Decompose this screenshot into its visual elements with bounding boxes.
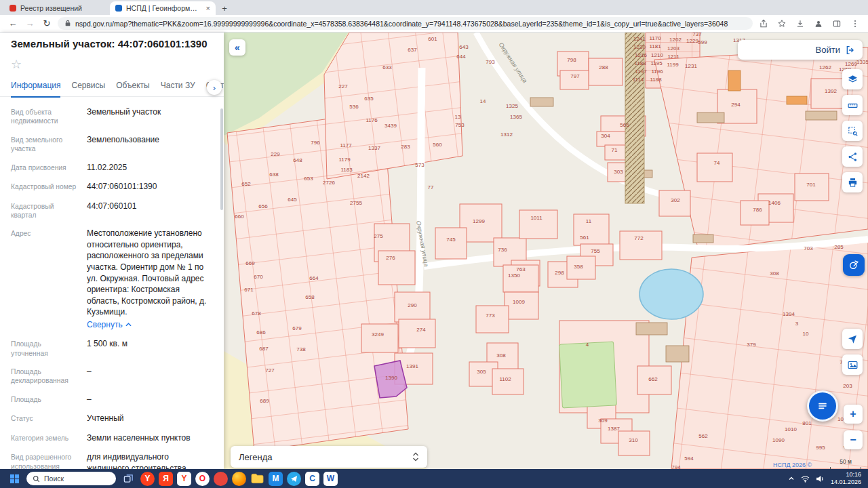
parcel-label[interactable]: 772 [634,235,644,241]
parcel-label[interactable]: 562 [698,433,708,439]
parcel-label[interactable]: 1337 [368,145,380,151]
parcel-label[interactable]: 308 [496,352,506,359]
parcel-label[interactable]: 737 [692,33,702,37]
parcel-label[interactable]: 648 [293,157,302,163]
panel-scrollbar[interactable] [220,108,223,210]
parcel-label[interactable]: 679 [292,325,302,331]
parcel-label[interactable]: 1230 [633,44,646,50]
back-icon[interactable]: ← [7,18,19,30]
downloads-icon[interactable] [794,18,806,30]
parcel-label[interactable]: 635 [364,96,374,102]
parcel-label[interactable]: 1009 [513,299,525,305]
parcel-label[interactable]: 652 [241,181,251,187]
forward-icon[interactable]: → [24,18,36,30]
parcel-label[interactable]: 745 [446,237,456,243]
browser-tab[interactable]: Реестр извещений [4,1,110,15]
parcel-label[interactable]: 274 [416,327,426,333]
profile-icon[interactable] [812,18,825,30]
reload-icon[interactable]: ↻ [41,18,53,30]
folder-icon[interactable] [250,472,264,486]
area-search-button[interactable] [842,121,863,141]
parcel-label[interactable]: 3 [795,321,799,327]
parcel-label[interactable]: 995 [816,445,825,451]
parcel-label[interactable]: 599 [698,39,707,45]
parcel-label[interactable]: 1090 [772,437,785,443]
parcel-label[interactable]: 303 [614,169,623,175]
parcel-label[interactable]: 77 [428,184,434,190]
parcel-label[interactable]: 1195 [650,60,663,66]
parcel-label[interactable]: 1202 [669,37,682,43]
parcel-label[interactable]: 298 [555,270,564,276]
parcel-label[interactable]: 1216 [635,52,647,58]
parcel-label[interactable]: 1325 [506,103,518,109]
parcel-label[interactable]: 275 [374,233,383,239]
parcel-label[interactable]: 1299 [473,218,485,224]
parcel-label[interactable]: 601 [428,36,437,42]
panel-tab-Информация[interactable]: Информация [11,81,60,96]
ruler-button[interactable] [842,95,863,115]
panel-tab-Части ЗУ[interactable]: Части ЗУ [161,81,195,96]
parcel-label[interactable]: 1387 [608,426,620,432]
parcel-label[interactable]: 1010 [785,426,797,432]
parcel-label[interactable]: 755 [591,248,600,254]
parcel-label[interactable]: 2726 [323,180,335,186]
parcel-label[interactable]: 285 [834,244,844,250]
print-button[interactable] [842,172,863,192]
parcel-label[interactable]: 645 [288,197,297,203]
telegram-icon[interactable] [287,472,301,486]
parcel-label[interactable]: 308 [770,270,779,277]
parcel-label[interactable]: 304 [601,133,610,139]
login-bar[interactable]: Войти [738,40,863,60]
new-tab-button[interactable]: + [218,2,231,14]
parcel-label[interactable]: 1335 [856,59,868,65]
cadastral-map[interactable]: Окружная улицаОкружная улица 60163764364… [224,33,868,469]
parcel-label[interactable]: 738 [296,346,306,352]
parcel-label[interactable]: 4 [586,342,589,348]
parcel-label[interactable]: 643 [459,44,469,50]
basemap-button[interactable] [842,354,863,375]
address-bar[interactable]: nspd.gov.ru/map?thematic=PKK&zoom=16.999… [58,17,753,30]
parcel-label[interactable]: 1179 [338,157,351,163]
parcel-label[interactable]: 660 [235,214,244,220]
wifi-icon[interactable] [801,475,810,483]
browser-tab[interactable]: НСПД | Геоинформационный п× [110,1,216,15]
parcel-label[interactable]: 638 [269,171,279,178]
parcel-label[interactable]: 797 [570,73,580,79]
parcel-label[interactable]: 1365 [510,114,522,120]
parcel-label[interactable]: 71 [612,147,618,153]
parcel-label[interactable]: 656 [258,203,268,209]
parcel-label[interactable]: 644 [456,54,466,60]
bookmark-star-icon[interactable] [776,18,788,30]
parcel-label[interactable]: 310 [629,437,638,443]
parcel-label[interactable]: 664 [309,275,319,281]
word-icon[interactable]: W [323,472,338,486]
volume-icon[interactable] [816,475,825,483]
legend-dropdown[interactable]: Легенда [231,446,427,468]
parcel-label[interactable]: 678 [252,310,261,317]
parcel-label[interactable]: 74 [714,160,720,166]
parcel-label[interactable]: 796 [311,140,320,146]
parcel-label[interactable]: 689 [260,398,269,404]
parcel-label[interactable]: 1198 [650,77,662,83]
parcel-label[interactable]: 302 [671,197,680,203]
parcel-label[interactable]: 1181 [649,43,661,49]
parcel-label[interactable]: 798 [567,57,576,63]
parcel-label[interactable]: 276 [386,255,395,261]
panel-collapse-button[interactable]: « [229,39,245,56]
parcel-label[interactable]: 288 [599,64,608,70]
parcel-label[interactable]: 727 [265,367,275,373]
zoom-out-button[interactable]: − [844,430,863,449]
share-icon[interactable] [757,18,770,30]
parcel-label[interactable]: 290 [408,302,417,308]
parcel-label[interactable]: 10 [803,331,809,337]
parcel-label[interactable]: 1211 [667,54,679,60]
parcel-label[interactable]: 703 [804,245,813,251]
panels-icon[interactable] [831,18,843,30]
parcel-label[interactable]: 653 [304,176,313,182]
parcel-label[interactable]: 658 [305,294,315,300]
parcel-label[interactable]: 309 [598,418,608,424]
parcel-label[interactable]: 3439 [384,123,397,129]
collapse-address-link[interactable]: Свернуть [87,319,132,331]
parcel-label[interactable]: 1177 [340,142,352,148]
share-button[interactable] [842,146,863,167]
